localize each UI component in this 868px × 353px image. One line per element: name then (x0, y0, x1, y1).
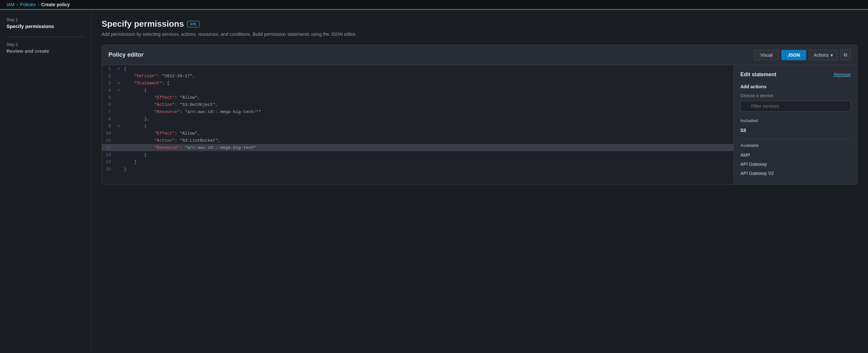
line-number: 14 (102, 158, 116, 166)
editor-header: Policy editor Visual JSON Actions ▾ ⧉ (102, 45, 857, 65)
line-number: 7 (102, 108, 116, 115)
visual-button[interactable]: Visual (754, 50, 779, 60)
page-title: Specify permissions (101, 19, 184, 29)
line-arrow: ▾ (116, 122, 121, 129)
editor-body: 1 ▾ { 2 "Version": "2012-10-17", 3 ▾ "St… (102, 65, 857, 184)
included-service-item[interactable]: S3 (740, 126, 851, 135)
line-number: 11 (102, 137, 116, 144)
page-header: Specify permissions Info Add permissions… (101, 19, 858, 37)
line-arrow (116, 166, 121, 173)
line-code: "Version": "2012-10-17", (121, 72, 734, 80)
line-code: "Action": "S3:GetObject", (121, 101, 734, 108)
line-code: "Resource": "arn:aws:s3:::mega-big-tech/… (121, 108, 734, 115)
filter-services-input[interactable] (740, 100, 851, 112)
line-arrow (116, 158, 121, 166)
line-number: 2 (102, 72, 116, 80)
editor-title: Policy editor (108, 52, 144, 58)
page-title-row: Specify permissions Info (101, 19, 858, 29)
line-number: 4 (102, 87, 116, 94)
choose-service-label: Choose a service (740, 93, 851, 98)
line-arrow (116, 144, 121, 151)
line-arrow (116, 108, 121, 115)
sidebar: Step 1 Specify permissions Step 2 Review… (0, 10, 91, 352)
line-number: 5 (102, 94, 116, 101)
actions-chevron-icon: ▾ (831, 53, 833, 58)
line-arrow: ▾ (116, 80, 121, 87)
available-services-list: AMPAPI GatewayAPI Gateway V2 (740, 150, 851, 178)
step1-title: Specify permissions (6, 24, 84, 29)
step2-label: Step 2 (6, 42, 84, 47)
line-code: { (121, 122, 734, 129)
right-panel-title: Edit statement (740, 71, 776, 78)
step2-title: Review and create (6, 48, 84, 54)
add-actions-title: Add actions (740, 84, 851, 89)
step2-group: Step 2 Review and create (6, 42, 84, 54)
actions-button[interactable]: Actions ▾ (809, 50, 838, 60)
step1-label: Step 1 (6, 18, 84, 22)
page-description: Add permissions by selecting services, a… (101, 32, 858, 37)
breadcrumb-sep-2: › (38, 2, 39, 7)
sidebar-divider (6, 37, 84, 37)
line-number: 13 (102, 151, 116, 158)
line-arrow (116, 129, 121, 137)
code-table: 1 ▾ { 2 "Version": "2012-10-17", 3 ▾ "St… (102, 65, 734, 173)
line-arrow (116, 94, 121, 101)
line-arrow (116, 137, 121, 144)
breadcrumb-current: Create policy (41, 2, 70, 7)
breadcrumb-sep-1: › (17, 2, 18, 7)
copy-icon: ⧉ (844, 52, 847, 58)
line-code: } (121, 166, 734, 173)
main-layout: Step 1 Specify permissions Step 2 Review… (0, 10, 868, 352)
line-arrow: ▾ (116, 87, 121, 94)
line-code: }, (121, 115, 734, 122)
line-number: 3 (102, 80, 116, 87)
copy-button[interactable]: ⧉ (840, 50, 851, 60)
available-service-item[interactable]: API Gateway V2 (740, 169, 851, 178)
available-heading: Available (740, 143, 851, 148)
available-service-item[interactable]: AMP (740, 150, 851, 159)
line-code: ] (121, 158, 734, 166)
line-arrow (116, 72, 121, 80)
search-wrapper: 🔍 (740, 100, 851, 112)
actions-label: Actions (814, 53, 829, 58)
line-code: "Statement": [ (121, 80, 734, 87)
line-code: { (121, 87, 734, 94)
right-panel: Edit statement Remove Add actions Choose… (734, 65, 857, 184)
content-area: Specify permissions Info Add permissions… (91, 10, 868, 352)
line-number: 9 (102, 122, 116, 129)
line-code: "Effect": "Allow", (121, 129, 734, 137)
line-number: 12 (102, 144, 116, 151)
code-area[interactable]: 1 ▾ { 2 "Version": "2012-10-17", 3 ▾ "St… (102, 65, 734, 184)
right-panel-header: Edit statement Remove (740, 71, 851, 78)
line-number: 6 (102, 101, 116, 108)
breadcrumb-policies[interactable]: Policies (20, 2, 36, 7)
available-service-item[interactable]: API Gateway (740, 159, 851, 169)
line-arrow (116, 115, 121, 122)
line-number: 1 (102, 65, 116, 72)
line-number: 10 (102, 129, 116, 137)
json-button[interactable]: JSON (781, 50, 806, 60)
editor-toolbar: Visual JSON Actions ▾ ⧉ (754, 50, 851, 60)
step1-group: Step 1 Specify permissions (6, 18, 84, 29)
line-number: 15 (102, 166, 116, 173)
line-code: } (121, 151, 734, 158)
line-code: "Resource": "arn:aws:s3:::mega-big-tech" (121, 144, 734, 151)
line-code: { (121, 65, 734, 72)
line-arrow: ▾ (116, 65, 121, 72)
line-code: "Action": "S3:ListBucket", (121, 137, 734, 144)
line-code: "Effect": "Allow", (121, 94, 734, 101)
breadcrumb-iam[interactable]: IAM (6, 2, 14, 7)
included-services-list: S3 (740, 126, 851, 135)
services-divider (740, 139, 851, 139)
info-button[interactable]: Info (187, 21, 199, 27)
policy-editor-container: Policy editor Visual JSON Actions ▾ ⧉ (101, 45, 858, 185)
top-bar: IAM › Policies › Create policy (0, 0, 868, 10)
line-arrow (116, 151, 121, 158)
included-heading: Included (740, 118, 851, 123)
line-number: 8 (102, 115, 116, 122)
line-arrow (116, 101, 121, 108)
remove-button[interactable]: Remove (834, 72, 851, 77)
